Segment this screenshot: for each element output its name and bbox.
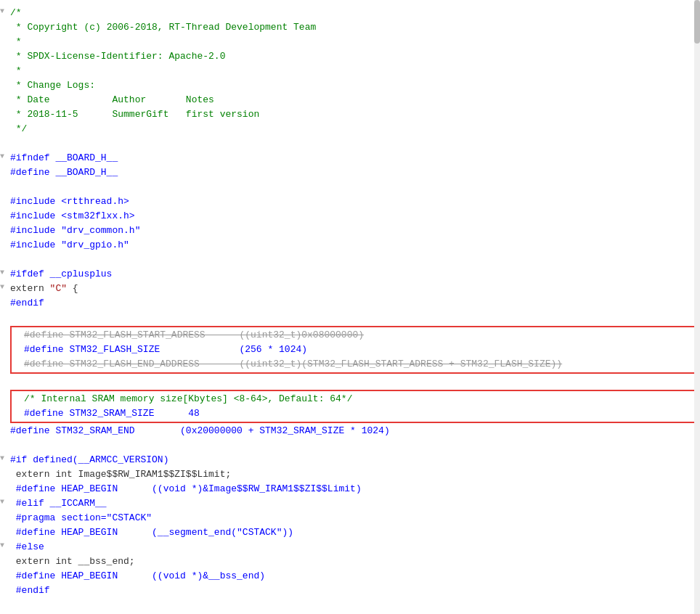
highlight-box-2: /* Internal SRAM memory size[Kbytes] <8-…	[10, 390, 700, 423]
code-text	[10, 374, 693, 389]
code-text: * Copyright (c) 2006-2018, RT-Thread Dev…	[10, 20, 693, 35]
scrollbar-thumb[interactable]	[694, 0, 700, 44]
code-text: #ifndef __BOARD_H__	[10, 151, 693, 165]
code-text: #define __BOARD_H__	[10, 165, 693, 180]
fold-icon[interactable]: ▼	[0, 6, 9, 17]
code-line	[0, 253, 700, 267]
code-line: extern int Image$$RW_IRAM1$$ZI$$Limit;	[0, 467, 700, 482]
code-editor: ▼ /* * Copyright (c) 2006-2018, RT-Threa…	[0, 0, 700, 614]
code-text: #pragma section="CSTACK"	[10, 511, 693, 525]
code-text	[10, 136, 693, 151]
code-text: #endif	[10, 584, 693, 598]
code-line: #define HEAP_BEGIN ((void *)&Image$$RW_I…	[0, 482, 700, 496]
code-line-struck: #define STM32_FLASH_END_ADDRESS ((uint32…	[14, 357, 696, 372]
code-line: #endif	[0, 296, 700, 311]
code-text: #if defined(__ARMCC_VERSION)	[10, 453, 693, 467]
code-line: #endif	[0, 584, 700, 598]
code-text: */	[10, 122, 693, 136]
code-line	[0, 180, 700, 195]
code-text: #else	[10, 540, 693, 554]
code-text: #define HEAP_BEGIN ((void *)&Image$$RW_I…	[10, 482, 693, 496]
code-line	[0, 374, 700, 389]
code-text	[10, 253, 693, 267]
code-line: #define HEAP_BEGIN (__segment_end("CSTAC…	[0, 525, 700, 540]
code-text: * Change Logs:	[10, 78, 693, 93]
code-text: #include "drv_gpio.h"	[10, 238, 693, 253]
code-line: extern int __bss_end;	[0, 554, 700, 569]
code-text: /* Internal SRAM memory size[Kbytes] <8-…	[24, 392, 696, 406]
code-line: ▼ #elif __ICCARM__	[0, 496, 700, 511]
code-line: ▼ /*	[0, 6, 700, 20]
code-line: ▼ #ifndef __BOARD_H__	[0, 151, 700, 165]
code-line-highlight: #define STM32_FLASH_SIZE (256 * 1024)	[14, 343, 696, 357]
code-line: #define __BOARD_H__	[0, 165, 700, 180]
code-line: #include <stm32flxx.h>	[0, 209, 700, 224]
code-text	[10, 180, 693, 195]
code-text: /*	[10, 6, 693, 20]
fold-icon[interactable]: ▼	[0, 540, 9, 551]
code-text: #define HEAP_BEGIN (__segment_end("CSTAC…	[10, 525, 693, 540]
code-text: *	[10, 64, 693, 78]
code-text: * SPDX-License-Identifier: Apache-2.0	[10, 49, 693, 64]
code-text: #define STM32_SRAM_END (0x20000000 + STM…	[10, 424, 693, 438]
fold-icon[interactable]: ▼	[0, 151, 9, 162]
code-line: * 2018-11-5 SummerGift first version	[0, 107, 700, 122]
code-line: * Copyright (c) 2006-2018, RT-Thread Dev…	[0, 20, 700, 35]
code-line: *	[0, 64, 700, 78]
code-line	[0, 598, 700, 613]
code-line: * SPDX-License-Identifier: Apache-2.0	[0, 49, 700, 64]
code-text: #ifdef __cplusplus	[10, 267, 693, 282]
code-line: #include "drv_gpio.h"	[0, 238, 700, 253]
code-text: #endif	[10, 296, 693, 311]
code-text: #include <rtthread.h>	[10, 195, 693, 209]
code-text	[10, 598, 693, 613]
code-line: ▼ extern "C" {	[0, 282, 700, 296]
code-line: ▼ #if defined(__ARMCC_VERSION)	[0, 453, 700, 467]
code-text: #define STM32_SRAM_SIZE 48	[24, 406, 696, 421]
code-line: #define STM32_SRAM_END (0x20000000 + STM…	[0, 424, 700, 438]
code-text	[10, 311, 693, 325]
code-text: #include "drv_common.h"	[10, 224, 693, 238]
code-line	[0, 311, 700, 325]
code-line: #define HEAP_BEGIN ((void *)&__bss_end)	[0, 569, 700, 584]
scrollbar-vertical[interactable]	[694, 0, 700, 614]
code-text: #define STM32_FLASH_START_ADRESS ((uint3…	[24, 328, 696, 343]
fold-icon[interactable]: ▼	[0, 453, 9, 464]
code-text: extern int __bss_end;	[10, 554, 693, 569]
code-text: #define STM32_FLASH_END_ADDRESS ((uint32…	[24, 357, 696, 372]
fold-icon[interactable]: ▼	[0, 267, 9, 278]
fold-icon[interactable]: ▼	[0, 282, 9, 292]
highlight-box-1: #define STM32_FLASH_START_ADRESS ((uint3…	[10, 326, 700, 374]
code-line: #include "drv_common.h"	[0, 224, 700, 238]
code-text	[10, 438, 693, 453]
fold-icon[interactable]: ▼	[0, 496, 9, 507]
code-text: #define HEAP_BEGIN ((void *)&__bss_end)	[10, 569, 693, 584]
code-line: #pragma section="CSTACK"	[0, 511, 700, 525]
code-line	[0, 136, 700, 151]
code-text: * Date Author Notes	[10, 93, 693, 107]
code-text: #elif __ICCARM__	[10, 496, 693, 511]
code-line: * Date Author Notes	[0, 93, 700, 107]
code-line: */	[0, 122, 700, 136]
code-line-struck: #define STM32_FLASH_START_ADRESS ((uint3…	[14, 328, 696, 343]
code-line: ▼ #ifdef __cplusplus	[0, 267, 700, 282]
code-text: *	[10, 35, 693, 49]
code-line-comment: /* Internal SRAM memory size[Kbytes] <8-…	[14, 392, 696, 406]
code-text: * 2018-11-5 SummerGift first version	[10, 107, 693, 122]
code-text: extern int Image$$RW_IRAM1$$ZI$$Limit;	[10, 467, 693, 482]
code-line-define: #define STM32_SRAM_SIZE 48	[14, 406, 696, 421]
code-text: #include <stm32flxx.h>	[10, 209, 693, 224]
code-text: #define STM32_FLASH_SIZE (256 * 1024)	[24, 343, 696, 357]
code-line	[0, 438, 700, 453]
code-line: #include <rtthread.h>	[0, 195, 700, 209]
code-line: *	[0, 35, 700, 49]
code-text: extern "C" {	[10, 282, 693, 296]
code-line: * Change Logs:	[0, 78, 700, 93]
code-line: ▼ #else	[0, 540, 700, 554]
